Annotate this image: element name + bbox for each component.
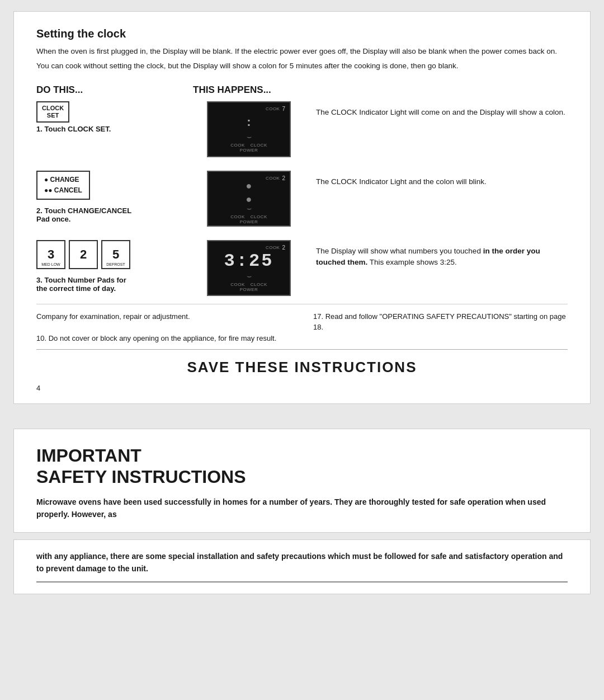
num-button-5[interactable]: 5 DEFROST bbox=[101, 240, 130, 269]
change-cancel-button[interactable]: ● CHANGE ●● CANCEL bbox=[36, 171, 90, 200]
display-3-tilde: ⌣ bbox=[247, 271, 252, 281]
col-do-header: DO THIS... bbox=[36, 84, 193, 96]
display-1-cook-num: 7 bbox=[282, 106, 285, 112]
steps-container: CLOCKSET 1. Touch CLOCK SET. COOK 7 : bbox=[36, 101, 568, 298]
col-happens-header: THIS HAPPENS... bbox=[193, 84, 271, 96]
step-3-desc-text: The Display will show what numbers you t… bbox=[316, 247, 540, 266]
page-wrapper: Setting the clock When the oven is first… bbox=[0, 0, 604, 605]
change-label: ● CHANGE bbox=[44, 175, 82, 185]
num-button-3[interactable]: 3 MED LOW bbox=[36, 240, 65, 269]
page-title: Setting the clock bbox=[36, 27, 568, 40]
bottom-left-2: 10. Do not cover or block any opening on… bbox=[36, 333, 291, 344]
save-instructions: SAVE THESE INSTRUCTIONS bbox=[36, 349, 568, 380]
display-2-dot1: ● bbox=[246, 181, 252, 191]
display-2-dots: ● ● bbox=[246, 181, 252, 204]
display-3-middle: 3:25 bbox=[224, 251, 274, 271]
bottom-note-left: Company for examination, repair or adjus… bbox=[36, 311, 291, 344]
clock-set-button[interactable]: CLOCKSET bbox=[36, 101, 69, 123]
step-do-3: 3 MED LOW 2 5 DEFROST 3. Touch Number Pa… bbox=[36, 240, 193, 293]
step-2-action: Touch CHANGE/CANCELPad once. bbox=[36, 206, 131, 223]
display-2-power: POWER bbox=[213, 219, 285, 224]
display-3-cook-num: 2 bbox=[282, 245, 285, 251]
display-3-power: POWER bbox=[213, 287, 285, 292]
display-2-bottom: COOK CLOCK bbox=[213, 214, 285, 219]
safety-title-line1: IMPORTANT bbox=[36, 445, 141, 466]
safety-intro: Microwave ovens have been used successfu… bbox=[36, 496, 568, 521]
display-2-cook-label: COOK bbox=[266, 176, 280, 181]
step-2-label: 2. Touch CHANGE/CANCELPad once. bbox=[36, 206, 131, 223]
display-3-top: COOK 2 bbox=[213, 245, 285, 251]
top-section: Setting the clock When the oven is first… bbox=[13, 11, 591, 404]
step-1-desc: The CLOCK Indicator Light will come on a… bbox=[305, 101, 568, 118]
display-2-power-label: POWER bbox=[240, 219, 258, 224]
step-2-desc: The CLOCK Indicator Light and the colon … bbox=[305, 171, 568, 187]
display-2-cook-num: 2 bbox=[282, 175, 285, 181]
step-1-action: Touch CLOCK SET. bbox=[44, 125, 111, 133]
display-3-power-label: POWER bbox=[240, 287, 258, 292]
step-happens-3: COOK 2 3:25 ⌣ COOK CLOCK bbox=[193, 240, 305, 298]
display-1-tilde: ⌣ bbox=[247, 132, 252, 142]
intro-text-2: You can cook without setting the clock, … bbox=[36, 60, 568, 72]
bottom-right: 17. Read and follow "OPERATING SAFETY PR… bbox=[313, 311, 568, 333]
columns-header: DO THIS... THIS HAPPENS... bbox=[36, 84, 568, 96]
step-3-desc: The Display will show what numbers you t… bbox=[305, 240, 568, 269]
third-text: with any appliance, there are some speci… bbox=[36, 550, 568, 575]
display-3-cook-label: COOK bbox=[266, 245, 280, 250]
step-do-1: CLOCKSET 1. Touch CLOCK SET. bbox=[36, 101, 193, 133]
step-3-action: Touch Number Pads forthe correct time of… bbox=[36, 276, 126, 293]
step-row-1: CLOCKSET 1. Touch CLOCK SET. COOK 7 : bbox=[36, 101, 568, 159]
bottom-left-1: Company for examination, repair or adjus… bbox=[36, 311, 291, 322]
step-do-2: ● CHANGE ●● CANCEL 2. Touch CHANGE/CANCE… bbox=[36, 171, 193, 223]
display-1-clock-label: CLOCK bbox=[251, 143, 267, 148]
display-1-bottom: COOK CLOCK bbox=[213, 143, 285, 148]
display-1-cook-label: COOK bbox=[266, 106, 280, 111]
step-1-label: 1. Touch CLOCK SET. bbox=[36, 125, 111, 133]
display-1: COOK 7 : ⌣ COOK CLOCK bbox=[207, 101, 291, 157]
display-3-bottom: COOK CLOCK bbox=[213, 282, 285, 287]
display-2-dot2: ● bbox=[246, 194, 252, 204]
num-button-2[interactable]: 2 bbox=[69, 240, 98, 269]
display-1-cook-label2: COOK bbox=[230, 143, 245, 148]
display-2-cook-label2: COOK bbox=[230, 214, 245, 219]
step-row-2: ● CHANGE ●● CANCEL 2. Touch CHANGE/CANCE… bbox=[36, 171, 568, 229]
num-3-sublabel: MED LOW bbox=[41, 262, 60, 266]
display-3-cook-label2: COOK bbox=[230, 282, 245, 287]
display-2: COOK 2 ● ● ⌣ COOK bbox=[207, 171, 291, 227]
cancel-label: ●● CANCEL bbox=[44, 185, 82, 196]
display-2-tilde: ⌣ bbox=[247, 204, 252, 213]
display-3-clock-label: CLOCK bbox=[251, 282, 267, 287]
num-5-sublabel: DEFROST bbox=[106, 262, 125, 266]
step-happens-1: COOK 7 : ⌣ COOK CLOCK bbox=[193, 101, 305, 159]
display-3-time: 3:25 bbox=[224, 251, 274, 271]
display-1-top: COOK 7 bbox=[213, 106, 285, 112]
display-1-power: POWER bbox=[213, 148, 285, 153]
step-row-3: 3 MED LOW 2 5 DEFROST 3. Touch Number Pa… bbox=[36, 240, 568, 298]
num-buttons-row: 3 MED LOW 2 5 DEFROST bbox=[36, 240, 130, 269]
step-3-label: 3. Touch Number Pads forthe correct time… bbox=[36, 276, 126, 293]
display-1-colon: : bbox=[247, 115, 251, 129]
bottom-notes: Company for examination, repair or adjus… bbox=[36, 304, 568, 344]
display-1-power-label: POWER bbox=[240, 148, 258, 153]
display-3: COOK 2 3:25 ⌣ COOK CLOCK bbox=[207, 240, 291, 296]
third-section: with any appliance, there are some speci… bbox=[13, 539, 591, 595]
safety-title: IMPORTANT SAFETY INSTRUCTIONS bbox=[36, 445, 568, 488]
bottom-note-right: 17. Read and follow "OPERATING SAFETY PR… bbox=[313, 311, 568, 344]
bottom-line bbox=[36, 581, 568, 582]
safety-section: IMPORTANT SAFETY INSTRUCTIONS Microwave … bbox=[13, 429, 591, 533]
display-2-clock-label: CLOCK bbox=[251, 214, 267, 219]
page-number: 4 bbox=[36, 384, 568, 392]
page-gap bbox=[13, 411, 591, 422]
display-1-middle: : bbox=[247, 112, 251, 132]
step-happens-2: COOK 2 ● ● ⌣ COOK bbox=[193, 171, 305, 229]
intro-text-1: When the oven is first plugged in, the D… bbox=[36, 46, 568, 57]
safety-title-line2: SAFETY INSTRUCTIONS bbox=[36, 467, 246, 487]
display-2-middle: ● ● bbox=[246, 181, 252, 204]
